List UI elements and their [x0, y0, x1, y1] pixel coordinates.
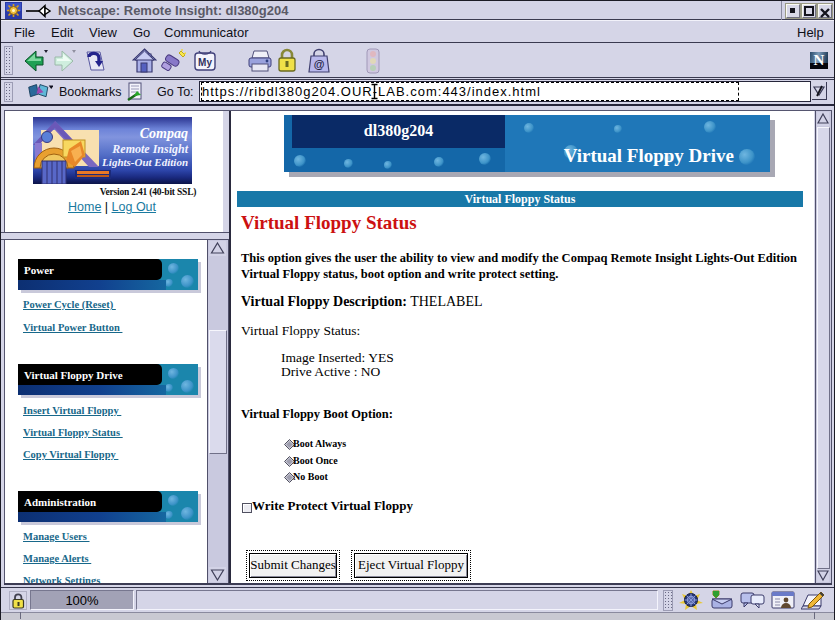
svg-text:My: My [198, 57, 212, 68]
svg-text:@: @ [314, 58, 325, 70]
